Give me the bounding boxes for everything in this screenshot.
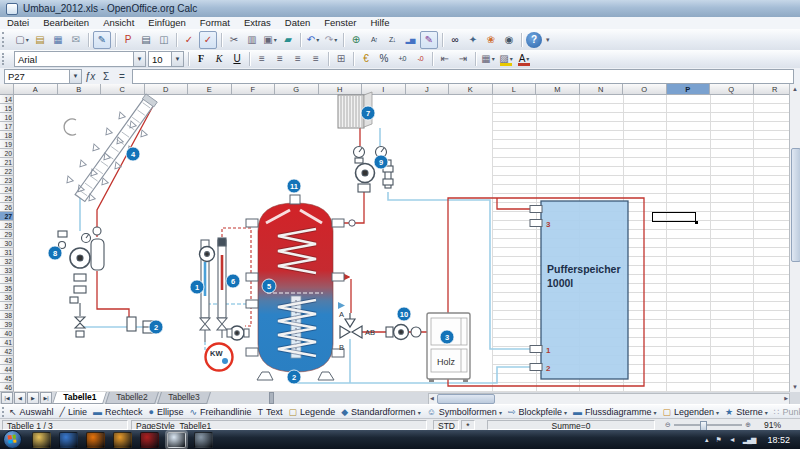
- chevron-down-icon[interactable]: ▾: [274, 32, 277, 48]
- row-header-24[interactable]: 24: [0, 185, 14, 194]
- column-header-K[interactable]: K: [449, 84, 493, 95]
- row-header-30[interactable]: 30: [0, 239, 14, 248]
- navigator-button[interactable]: ✦: [465, 32, 481, 48]
- column-header-J[interactable]: J: [406, 84, 450, 95]
- draw-blockpfeile[interactable]: ⇨Blockpfeile▾: [505, 406, 570, 419]
- align-right-button[interactable]: ≡: [290, 51, 306, 67]
- sheet-nav-last-icon[interactable]: ▶|: [40, 392, 52, 404]
- column-header-P[interactable]: P: [667, 84, 711, 95]
- chevron-down-icon[interactable]: ▾: [418, 409, 421, 416]
- menu-bearbeiten[interactable]: Bearbeiten: [36, 17, 96, 29]
- column-header-C[interactable]: C: [101, 84, 145, 95]
- new-document-button[interactable]: ▢▾: [14, 32, 30, 48]
- row-header-32[interactable]: 32: [0, 257, 14, 266]
- toolbar-grip[interactable]: [2, 407, 4, 417]
- volume-icon[interactable]: ◄: [729, 436, 735, 443]
- help-button[interactable]: ?: [526, 32, 542, 48]
- toolbar-grip[interactable]: [2, 32, 11, 47]
- zoom-slider[interactable]: ⊖ ⊕: [665, 420, 751, 430]
- spellcheck-button[interactable]: ✓: [181, 32, 197, 48]
- menu-format[interactable]: Format: [193, 17, 237, 29]
- auto-spellcheck-button[interactable]: ✓: [199, 31, 217, 49]
- chevron-down-icon[interactable]: ▾: [499, 409, 502, 416]
- cell-reference-box[interactable]: P27: [4, 69, 70, 84]
- row-header-18[interactable]: 18: [0, 131, 14, 140]
- print-button[interactable]: ▤: [138, 32, 154, 48]
- browser-app-button[interactable]: [59, 432, 78, 448]
- sheet-tab-tabelle3[interactable]: Tabelle3: [157, 392, 211, 404]
- network-icon[interactable]: ▂▄▆: [743, 436, 756, 444]
- draw-rechteck[interactable]: ▬Rechteck: [90, 406, 146, 419]
- menu-extras[interactable]: Extras: [237, 17, 278, 29]
- draw-text[interactable]: TText: [255, 406, 286, 419]
- toolbar-overflow-icon[interactable]: ▾: [546, 36, 550, 44]
- zoom-level[interactable]: 91%: [755, 420, 785, 430]
- chevron-down-icon[interactable]: ▾: [492, 51, 495, 67]
- chevron-down-icon[interactable]: ▾: [654, 409, 657, 416]
- horizontal-scroll-thumb[interactable]: [437, 394, 495, 404]
- column-header-H[interactable]: H: [319, 84, 363, 95]
- row-header-27[interactable]: 27: [0, 212, 14, 221]
- chevron-down-icon[interactable]: ▼: [133, 52, 145, 66]
- chevron-down-icon[interactable]: ▾: [26, 32, 29, 48]
- draw-flussdiagramme[interactable]: ▬Flussdiagramme▾: [570, 406, 660, 419]
- adobe-reader-app-button[interactable]: [140, 432, 159, 448]
- select-all-corner[interactable]: [0, 84, 14, 95]
- action-center-icon[interactable]: ⚑: [716, 436, 721, 444]
- font-size-combo[interactable]: 10 ▼: [148, 51, 184, 67]
- delete-decimal-button[interactable]: -.0: [412, 51, 428, 67]
- column-header-Q[interactable]: Q: [710, 84, 754, 95]
- open-button[interactable]: ▤: [32, 32, 48, 48]
- row-header-44[interactable]: 44: [0, 365, 14, 374]
- column-header-E[interactable]: E: [188, 84, 232, 95]
- add-decimal-button[interactable]: +.0: [394, 51, 410, 67]
- column-header-D[interactable]: D: [145, 84, 189, 95]
- italic-button[interactable]: K: [211, 51, 227, 67]
- function-wizard-icon[interactable]: ƒx: [82, 69, 98, 83]
- align-center-button[interactable]: ≡: [272, 51, 288, 67]
- cut-button[interactable]: ✂: [226, 32, 242, 48]
- chevron-down-icon[interactable]: ▼: [171, 52, 183, 66]
- draw-sterne[interactable]: ★Sterne▾: [722, 406, 771, 419]
- vertical-scrollbar[interactable]: ▲ ▼: [789, 84, 800, 392]
- percent-format-button[interactable]: %: [376, 51, 392, 67]
- borders-button[interactable]: ▦▾: [480, 51, 496, 67]
- row-header-25[interactable]: 25: [0, 194, 14, 203]
- draw-functions-button[interactable]: ✎: [420, 31, 438, 49]
- draw-symbolformen[interactable]: ☺Symbolformen▾: [424, 406, 505, 419]
- cell-cursor[interactable]: [652, 212, 696, 222]
- draw-legende[interactable]: ▢Legende: [286, 406, 339, 419]
- draw-ellipse[interactable]: ●Ellipse: [146, 406, 187, 419]
- row-header-23[interactable]: 23: [0, 176, 14, 185]
- hyperlink-button[interactable]: ⊕: [348, 32, 364, 48]
- merge-cells-button[interactable]: ⊞: [333, 51, 349, 67]
- font-name-combo[interactable]: Arial ▼: [14, 51, 146, 67]
- sum-display[interactable]: Summe=0: [487, 420, 655, 430]
- start-button[interactable]: [3, 430, 22, 449]
- row-header-19[interactable]: 19: [0, 140, 14, 149]
- find-replace-button[interactable]: ∞: [447, 32, 463, 48]
- draw-legenden[interactable]: ▢Legenden▾: [660, 406, 723, 419]
- undo-button[interactable]: ↶▾: [305, 32, 321, 48]
- chevron-down-icon[interactable]: ▼: [70, 69, 82, 84]
- row-header-15[interactable]: 15: [0, 104, 14, 113]
- copy-button[interactable]: ▥: [244, 32, 260, 48]
- gallery-button[interactable]: ❀: [483, 32, 499, 48]
- row-header-28[interactable]: 28: [0, 221, 14, 230]
- row-header-33[interactable]: 33: [0, 266, 14, 275]
- row-header-42[interactable]: 42: [0, 347, 14, 356]
- column-header-N[interactable]: N: [580, 84, 624, 95]
- row-header-43[interactable]: 43: [0, 356, 14, 365]
- row-header-34[interactable]: 34: [0, 275, 14, 284]
- draw-linie[interactable]: ╱Linie: [57, 406, 90, 419]
- row-header-46[interactable]: 46: [0, 383, 14, 392]
- row-header-38[interactable]: 38: [0, 311, 14, 320]
- sum-icon[interactable]: Σ: [98, 69, 114, 83]
- chevron-down-icon[interactable]: ▾: [716, 409, 719, 416]
- tray-expand-icon[interactable]: ▴: [705, 436, 708, 444]
- column-header-O[interactable]: O: [623, 84, 667, 95]
- column-header-B[interactable]: B: [58, 84, 102, 95]
- sheet-tab-tabelle2[interactable]: Tabelle2: [105, 392, 159, 404]
- format-paintbrush-button[interactable]: ▰: [280, 32, 296, 48]
- row-header-31[interactable]: 31: [0, 248, 14, 257]
